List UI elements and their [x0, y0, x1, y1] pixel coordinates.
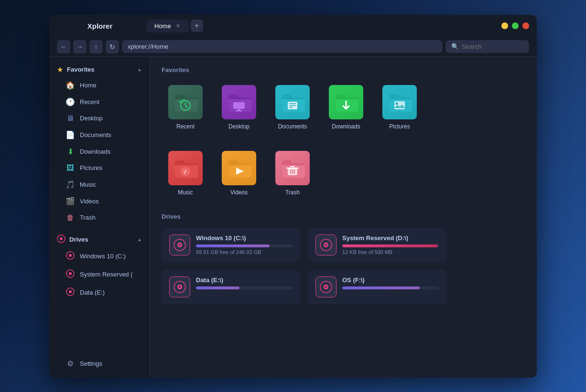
pictures-icon: 🖼: [65, 164, 75, 172]
search-wrap: 🔍: [445, 40, 529, 53]
new-tab-button[interactable]: +: [191, 20, 203, 32]
address-bar[interactable]: [122, 40, 443, 53]
favorites-section-title: Favorites: [162, 66, 525, 74]
drive-info-c: Windows 10 (C:\) 59.91 GB free of 246.03…: [196, 234, 293, 255]
drive-bar-bg-f: [342, 286, 439, 289]
sidebar-favorites-header[interactable]: ★ Favorites ▲: [49, 63, 150, 77]
sidebar-item-home[interactable]: 🏠 Home: [52, 77, 147, 93]
folder-trash[interactable]: Trash: [269, 147, 316, 200]
drive-icon-c: [169, 234, 190, 255]
folder-videos[interactable]: Videos: [215, 147, 263, 200]
downloads-icon: ⬇: [65, 147, 75, 156]
drive-bar-fill-d: [342, 244, 438, 247]
sidebar-item-data-e[interactable]: Data (E:): [52, 284, 147, 301]
window-controls: [501, 22, 529, 29]
trash-icon: 🗑: [65, 213, 75, 222]
folder-pictures-label: Pictures: [389, 123, 410, 130]
search-input[interactable]: [462, 43, 523, 50]
drive-e-icon: [65, 287, 75, 298]
svg-point-34: [179, 286, 181, 288]
tab-close-icon[interactable]: ✕: [175, 23, 181, 29]
sidebar-item-settings[interactable]: ⚙ Settings: [52, 351, 147, 371]
sidebar-item-pictures[interactable]: 🖼 Pictures: [52, 160, 147, 176]
back-button[interactable]: ←: [57, 40, 70, 53]
tab-home-label: Home: [154, 22, 171, 30]
drive-icon-d: [315, 234, 336, 255]
folder-documents-icon: [275, 85, 310, 119]
drive-c-icon: [65, 251, 75, 262]
drives-arrow-icon: ▲: [137, 237, 142, 242]
drive-card-f[interactable]: OS (F:\): [308, 270, 446, 304]
videos-icon: 🎬: [65, 197, 75, 206]
folder-videos-icon: [222, 151, 256, 185]
sidebar-drives-header[interactable]: Drives ▲: [49, 232, 150, 247]
drives-grid: Windows 10 (C:\) 59.91 GB free of 246.03…: [162, 228, 525, 304]
folder-desktop-icon: [222, 85, 256, 119]
recent-icon: 🕐: [65, 97, 75, 106]
svg-rect-16: [394, 101, 405, 109]
drive-bar-fill-e: [196, 286, 239, 289]
folder-trash-icon: [275, 151, 310, 185]
folder-desktop[interactable]: Desktop: [215, 81, 263, 134]
svg-point-37: [325, 286, 327, 288]
drives-section-icon: [57, 234, 65, 244]
sidebar-item-desktop[interactable]: 🖥 Desktop: [52, 111, 147, 126]
drive-bar-bg-c: [196, 244, 293, 247]
sidebar-favorites-label: Favorites: [67, 66, 133, 73]
sidebar-item-windows-c[interactable]: Windows 10 (C:): [52, 248, 147, 265]
folder-documents[interactable]: Documents: [269, 81, 316, 134]
minimize-button[interactable]: [501, 22, 508, 29]
up-button[interactable]: ↑: [89, 40, 103, 53]
sidebar-item-system-d[interactable]: System Reserved (: [52, 266, 147, 283]
sidebar-home-label: Home: [80, 82, 97, 89]
sidebar-item-videos[interactable]: 🎬 Videos: [52, 193, 147, 209]
sidebar-item-documents[interactable]: 📄 Documents: [52, 127, 147, 143]
folder-downloads[interactable]: Downloads: [322, 81, 370, 134]
drive-card-c[interactable]: Windows 10 (C:\) 59.91 GB free of 246.03…: [162, 228, 300, 262]
main-area: ★ Favorites ▲ 🏠 Home 🕐 Recent 🖥 Desktop …: [49, 57, 537, 378]
drive-free-d: 12 KB free of 500 MB: [342, 249, 439, 255]
folder-downloads-icon: [329, 85, 363, 119]
documents-icon: 📄: [65, 130, 75, 139]
sidebar-item-music[interactable]: 🎵 Music: [52, 177, 147, 192]
titlebar: Xplorer Home ✕ +: [49, 15, 537, 37]
refresh-button[interactable]: ↻: [106, 40, 119, 53]
svg-point-31: [325, 244, 327, 246]
folder-recent[interactable]: Recent: [162, 81, 209, 134]
star-icon: ★: [57, 65, 63, 74]
drive-card-e[interactable]: Data (E:\): [162, 270, 300, 304]
svg-point-5: [69, 272, 72, 275]
sidebar-downloads-label: Downloads: [80, 148, 110, 155]
drive-card-d[interactable]: System Reserved (D:\) 12 KB free of 500 …: [308, 228, 446, 262]
sidebar-item-trash[interactable]: 🗑 Trash: [52, 210, 147, 225]
drive-info-f: OS (F:\): [342, 276, 439, 291]
sidebar-videos-label: Videos: [80, 198, 99, 205]
tab-home[interactable]: Home ✕: [147, 20, 189, 32]
favorites-arrow-icon: ▲: [137, 67, 142, 72]
sidebar-drive-e-label: Data (E:): [80, 289, 105, 296]
forward-button[interactable]: →: [73, 40, 87, 53]
svg-point-17: [396, 102, 398, 105]
sidebar-item-recent[interactable]: 🕐 Recent: [52, 94, 147, 110]
svg-point-28: [179, 244, 181, 246]
toolbar: ← → ↑ ↻ 🔍: [49, 37, 537, 57]
sidebar-recent-label: Recent: [80, 98, 99, 106]
folder-recent-label: Recent: [176, 123, 195, 130]
drive-bar-bg-d: [342, 244, 439, 247]
folder-pictures[interactable]: Pictures: [376, 81, 423, 134]
folder-recent-icon: [168, 85, 203, 119]
sidebar-item-downloads[interactable]: ⬇ Downloads: [52, 144, 147, 159]
maximize-button[interactable]: [512, 22, 519, 29]
folder-music-label: Music: [178, 189, 193, 196]
drive-name-e: Data (E:\): [196, 276, 293, 284]
sidebar-pictures-label: Pictures: [80, 164, 102, 171]
favorites-folder-grid: Recent Desktop: [162, 81, 525, 134]
drive-bar-fill-c: [196, 244, 270, 247]
folder-music[interactable]: ♪ Music: [162, 147, 209, 200]
close-button[interactable]: [522, 22, 529, 29]
svg-point-7: [69, 290, 72, 293]
app-window: Xplorer Home ✕ + ← → ↑ ↻ 🔍: [49, 15, 537, 378]
svg-point-1: [60, 237, 63, 240]
drive-icon-e: [169, 276, 190, 297]
sidebar-trash-label: Trash: [80, 214, 96, 221]
